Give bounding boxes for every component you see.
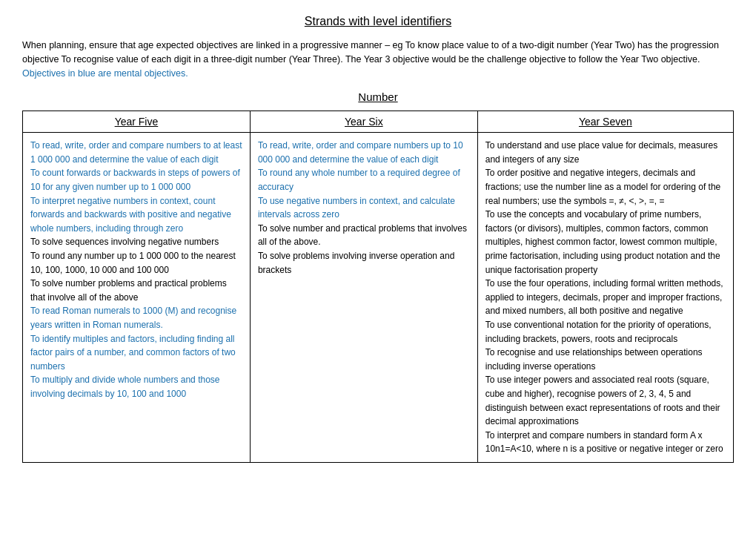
y6-item-4: To solve number and practical problems t… — [258, 223, 467, 248]
intro-text: When planning, ensure that age expected … — [22, 40, 719, 65]
header-year-seven: Year Seven — [477, 111, 733, 133]
section-title: Number — [22, 90, 734, 103]
y5-item-7: To read Roman numerals to 1000 (M) and r… — [30, 306, 236, 330]
intro-paragraph: When planning, ensure that age expected … — [22, 39, 734, 80]
y7-item-1: To understand and use place value for de… — [485, 140, 718, 165]
y7-item-5: To use conventional notation for the pri… — [485, 320, 712, 344]
year-six-content: To read, write, order and compare number… — [250, 133, 477, 463]
header-year-five: Year Five — [23, 111, 251, 133]
y7-item-7: To use integer powers and associated rea… — [485, 375, 720, 426]
y6-item-5: To solve problems involving inverse oper… — [258, 251, 454, 275]
page-title: Strands with level identifiers — [22, 15, 734, 28]
y5-item-9: To multiply and divide whole numbers and… — [30, 375, 219, 399]
intro-blue-text: Objectives in blue are mental objectives… — [22, 68, 188, 79]
y5-item-8: To identify multiples and factors, inclu… — [30, 334, 236, 372]
year-five-content: To read, write, order and compare number… — [23, 133, 251, 463]
y7-item-4: To use the four operations, including fo… — [485, 278, 723, 316]
y6-item-1: To read, write, order and compare number… — [258, 140, 463, 165]
y5-item-6: To solve number problems and practical p… — [30, 278, 227, 303]
y5-item-5: To round any number up to 1 000 000 to t… — [30, 251, 236, 275]
year-seven-content: To understand and use place value for de… — [477, 133, 733, 463]
y5-item-2: To count forwards or backwards in steps … — [30, 168, 240, 192]
y6-item-2: To round any whole number to a required … — [258, 168, 460, 192]
y7-item-3: To use the concepts and vocabulary of pr… — [485, 209, 720, 274]
y5-item-3: To interpret negative numbers in context… — [30, 196, 231, 234]
y5-item-1: To read, write, order and compare number… — [30, 140, 242, 165]
y7-item-8: To interpret and compare numbers in stan… — [485, 430, 723, 455]
y5-item-4: To solve sequences involving negative nu… — [30, 237, 219, 247]
y6-item-3: To use negative numbers in context, and … — [258, 196, 455, 220]
y7-item-6: To recognise and use relationships betwe… — [485, 347, 703, 372]
curriculum-table: Year Five Year Six Year Seven To read, w… — [22, 111, 734, 463]
y7-item-2: To order positive and negative integers,… — [485, 168, 721, 205]
header-year-six: Year Six — [250, 111, 477, 133]
